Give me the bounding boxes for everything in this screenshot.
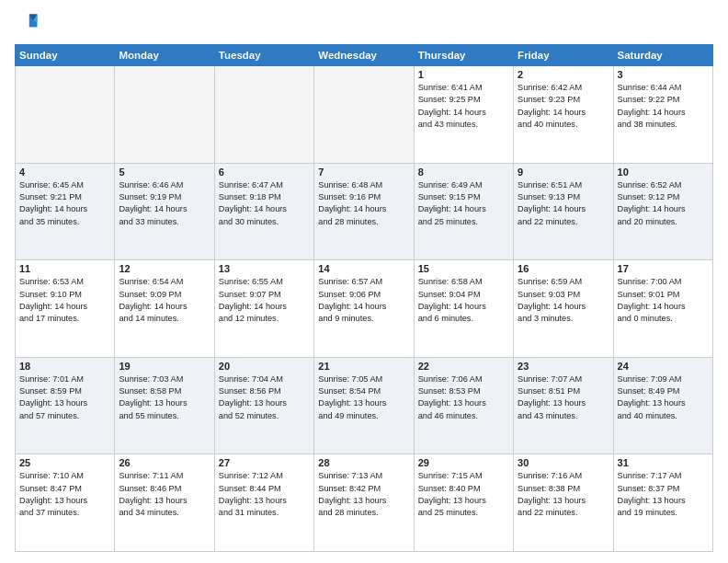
day-number: 19	[119, 361, 210, 372]
calendar-cell: 13Sunrise: 6:55 AM Sunset: 9:07 PM Dayli…	[214, 260, 313, 358]
calendar-week-2: 4Sunrise: 6:45 AM Sunset: 9:21 PM Daylig…	[16, 163, 713, 260]
day-number: 14	[318, 263, 409, 274]
day-info: Sunrise: 7:12 AM Sunset: 8:44 PM Dayligh…	[219, 470, 310, 519]
calendar-cell: 6Sunrise: 6:47 AM Sunset: 9:18 PM Daylig…	[214, 163, 313, 260]
day-info: Sunrise: 7:10 AM Sunset: 8:47 PM Dayligh…	[19, 470, 110, 519]
calendar-cell: 25Sunrise: 7:10 AM Sunset: 8:47 PM Dayli…	[16, 454, 115, 552]
day-info: Sunrise: 7:04 AM Sunset: 8:56 PM Dayligh…	[219, 373, 310, 422]
day-info: Sunrise: 7:05 AM Sunset: 8:54 PM Dayligh…	[318, 373, 409, 422]
calendar-cell: 19Sunrise: 7:03 AM Sunset: 8:58 PM Dayli…	[115, 357, 214, 454]
day-number: 13	[219, 263, 310, 274]
weekday-header-wednesday: Wednesday	[314, 45, 414, 66]
calendar-cell: 31Sunrise: 7:17 AM Sunset: 8:37 PM Dayli…	[613, 454, 712, 552]
day-number: 18	[19, 361, 110, 372]
calendar-week-1: 1Sunrise: 6:41 AM Sunset: 9:25 PM Daylig…	[16, 66, 713, 164]
calendar-header-row: SundayMondayTuesdayWednesdayThursdayFrid…	[16, 45, 713, 66]
calendar-cell: 11Sunrise: 6:53 AM Sunset: 9:10 PM Dayli…	[16, 260, 115, 358]
day-number: 20	[219, 361, 310, 372]
calendar-cell: 17Sunrise: 7:00 AM Sunset: 9:01 PM Dayli…	[613, 260, 712, 358]
day-number: 8	[418, 167, 509, 178]
calendar-cell: 7Sunrise: 6:48 AM Sunset: 9:16 PM Daylig…	[314, 163, 414, 260]
calendar-cell	[214, 66, 313, 164]
calendar-cell: 12Sunrise: 6:54 AM Sunset: 9:09 PM Dayli…	[115, 260, 214, 358]
day-number: 24	[618, 361, 709, 372]
day-number: 9	[518, 167, 609, 178]
weekday-header-sunday: Sunday	[16, 45, 115, 66]
day-number: 30	[518, 457, 609, 468]
calendar-cell: 26Sunrise: 7:11 AM Sunset: 8:46 PM Dayli…	[115, 454, 214, 552]
day-info: Sunrise: 7:17 AM Sunset: 8:37 PM Dayligh…	[618, 470, 709, 519]
calendar-cell: 20Sunrise: 7:04 AM Sunset: 8:56 PM Dayli…	[214, 357, 313, 454]
weekday-header-thursday: Thursday	[414, 45, 513, 66]
day-number: 7	[318, 167, 409, 178]
weekday-header-saturday: Saturday	[613, 45, 712, 66]
day-info: Sunrise: 7:00 AM Sunset: 9:01 PM Dayligh…	[618, 276, 709, 325]
calendar-cell: 3Sunrise: 6:44 AM Sunset: 9:22 PM Daylig…	[613, 66, 712, 164]
day-number: 6	[219, 167, 310, 178]
calendar-cell: 27Sunrise: 7:12 AM Sunset: 8:44 PM Dayli…	[214, 454, 313, 552]
calendar-cell: 1Sunrise: 6:41 AM Sunset: 9:25 PM Daylig…	[414, 66, 513, 164]
calendar-cell: 23Sunrise: 7:07 AM Sunset: 8:51 PM Dayli…	[514, 357, 613, 454]
day-info: Sunrise: 7:07 AM Sunset: 8:51 PM Dayligh…	[518, 373, 609, 422]
day-number: 27	[219, 457, 310, 468]
calendar-cell: 18Sunrise: 7:01 AM Sunset: 8:59 PM Dayli…	[16, 357, 115, 454]
day-number: 12	[119, 263, 210, 274]
day-number: 2	[518, 69, 609, 80]
calendar-cell: 5Sunrise: 6:46 AM Sunset: 9:19 PM Daylig…	[115, 163, 214, 260]
calendar-cell: 15Sunrise: 6:58 AM Sunset: 9:04 PM Dayli…	[414, 260, 513, 358]
day-number: 23	[518, 361, 609, 372]
day-number: 21	[318, 361, 409, 372]
calendar-cell: 8Sunrise: 6:49 AM Sunset: 9:15 PM Daylig…	[414, 163, 513, 260]
calendar-cell: 2Sunrise: 6:42 AM Sunset: 9:23 PM Daylig…	[514, 66, 613, 164]
weekday-header-friday: Friday	[514, 45, 613, 66]
calendar-cell: 24Sunrise: 7:09 AM Sunset: 8:49 PM Dayli…	[613, 357, 712, 454]
calendar-cell: 9Sunrise: 6:51 AM Sunset: 9:13 PM Daylig…	[514, 163, 613, 260]
day-number: 31	[618, 457, 709, 468]
weekday-header-tuesday: Tuesday	[214, 45, 313, 66]
weekday-header-monday: Monday	[115, 45, 214, 66]
day-info: Sunrise: 6:48 AM Sunset: 9:16 PM Dayligh…	[318, 179, 409, 228]
calendar-cell: 10Sunrise: 6:52 AM Sunset: 9:12 PM Dayli…	[613, 163, 712, 260]
day-number: 4	[19, 167, 110, 178]
day-number: 28	[318, 457, 409, 468]
day-info: Sunrise: 6:44 AM Sunset: 9:22 PM Dayligh…	[618, 82, 709, 131]
day-info: Sunrise: 6:51 AM Sunset: 9:13 PM Dayligh…	[518, 179, 609, 228]
day-info: Sunrise: 6:42 AM Sunset: 9:23 PM Dayligh…	[518, 82, 609, 131]
calendar-cell: 30Sunrise: 7:16 AM Sunset: 8:38 PM Dayli…	[514, 454, 613, 552]
day-info: Sunrise: 6:59 AM Sunset: 9:03 PM Dayligh…	[518, 276, 609, 325]
calendar-cell: 4Sunrise: 6:45 AM Sunset: 9:21 PM Daylig…	[16, 163, 115, 260]
day-info: Sunrise: 6:45 AM Sunset: 9:21 PM Dayligh…	[19, 179, 110, 228]
day-number: 22	[418, 361, 509, 372]
day-number: 29	[418, 457, 509, 468]
calendar-cell: 29Sunrise: 7:15 AM Sunset: 8:40 PM Dayli…	[414, 454, 513, 552]
day-number: 15	[418, 263, 509, 274]
day-info: Sunrise: 6:47 AM Sunset: 9:18 PM Dayligh…	[219, 179, 310, 228]
calendar-cell	[314, 66, 414, 164]
day-number: 26	[119, 457, 210, 468]
day-info: Sunrise: 6:52 AM Sunset: 9:12 PM Dayligh…	[618, 179, 709, 228]
day-info: Sunrise: 6:58 AM Sunset: 9:04 PM Dayligh…	[418, 276, 509, 325]
header	[15, 11, 713, 37]
calendar-cell: 22Sunrise: 7:06 AM Sunset: 8:53 PM Dayli…	[414, 357, 513, 454]
calendar-week-4: 18Sunrise: 7:01 AM Sunset: 8:59 PM Dayli…	[16, 357, 713, 454]
calendar-cell: 21Sunrise: 7:05 AM Sunset: 8:54 PM Dayli…	[314, 357, 414, 454]
day-info: Sunrise: 6:55 AM Sunset: 9:07 PM Dayligh…	[219, 276, 310, 325]
calendar-week-5: 25Sunrise: 7:10 AM Sunset: 8:47 PM Dayli…	[16, 454, 713, 552]
calendar-table: SundayMondayTuesdayWednesdayThursdayFrid…	[15, 44, 713, 552]
day-number: 16	[518, 263, 609, 274]
day-info: Sunrise: 7:15 AM Sunset: 8:40 PM Dayligh…	[418, 470, 509, 519]
day-info: Sunrise: 6:53 AM Sunset: 9:10 PM Dayligh…	[19, 276, 110, 325]
day-info: Sunrise: 6:41 AM Sunset: 9:25 PM Dayligh…	[418, 82, 509, 131]
calendar-cell: 16Sunrise: 6:59 AM Sunset: 9:03 PM Dayli…	[514, 260, 613, 358]
calendar-cell	[115, 66, 214, 164]
day-info: Sunrise: 7:13 AM Sunset: 8:42 PM Dayligh…	[318, 470, 409, 519]
day-info: Sunrise: 7:03 AM Sunset: 8:58 PM Dayligh…	[119, 373, 210, 422]
day-number: 5	[119, 167, 210, 178]
day-number: 17	[618, 263, 709, 274]
logo-icon	[15, 11, 40, 37]
day-info: Sunrise: 7:11 AM Sunset: 8:46 PM Dayligh…	[119, 470, 210, 519]
page: SundayMondayTuesdayWednesdayThursdayFrid…	[0, 0, 728, 563]
calendar-cell	[16, 66, 115, 164]
day-number: 11	[19, 263, 110, 274]
logo	[15, 11, 44, 37]
